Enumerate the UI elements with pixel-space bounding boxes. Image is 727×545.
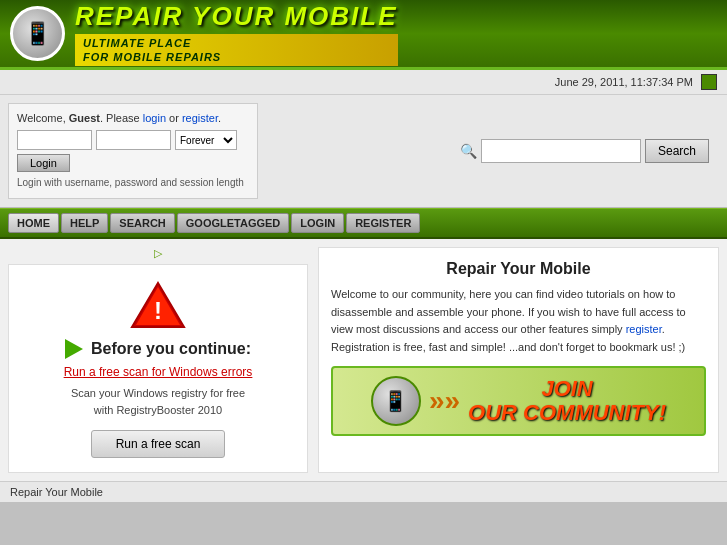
join-banner[interactable]: 📱 »» JOIN OUR COMMUNITY! — [331, 366, 706, 436]
ad-box: ! Before you continue: Run a free scan f… — [8, 264, 308, 473]
run-scan-button[interactable]: Run a free scan — [91, 430, 226, 458]
body-wrapper: ▷ ! Before you continue: Run a free scan… — [0, 239, 727, 481]
nav-item-googletagged[interactable]: GOOGLETAGGED — [177, 213, 290, 233]
welcome-title: Repair Your Mobile — [331, 260, 706, 278]
nav-item-register[interactable]: REGISTER — [346, 213, 420, 233]
header-text-block: REPAIR YOUR MOBILE ULTIMATE PLACE FOR MO… — [75, 1, 398, 66]
right-panel: Repair Your Mobile Welcome to our commun… — [318, 247, 719, 473]
register-link[interactable]: register — [182, 112, 218, 124]
login-button[interactable]: Login — [17, 154, 70, 172]
ad-label: ▷ — [8, 247, 308, 260]
site-header: 📱 REPAIR YOUR MOBILE ULTIMATE PLACE FOR … — [0, 0, 727, 70]
warning-icon: ! — [128, 279, 188, 331]
before-title-text: Before you continue: — [91, 340, 251, 358]
password-input[interactable] — [96, 130, 171, 150]
header-subtitle-box: ULTIMATE PLACE FOR MOBILE REPAIRS — [75, 34, 398, 66]
green-arrow-icon — [65, 339, 83, 359]
session-select[interactable]: Forever — [176, 131, 236, 149]
nav-item-login[interactable]: LOGIN — [291, 213, 344, 233]
search-input[interactable] — [481, 139, 641, 163]
svg-text:!: ! — [154, 297, 162, 324]
phone-icon: 📱 — [371, 376, 421, 426]
nav-item-home[interactable]: HOME — [8, 213, 59, 233]
login-fields: Forever — [17, 130, 249, 150]
logo-icon: 📱 — [10, 6, 65, 61]
content-area: Welcome, Guest. Please login or register… — [0, 95, 727, 208]
username-input[interactable] — [17, 130, 92, 150]
search-icon: 🔍 — [460, 143, 477, 159]
footer: Repair Your Mobile — [0, 481, 727, 502]
logo-area: 📱 REPAIR YOUR MOBILE ULTIMATE PLACE FOR … — [10, 1, 398, 66]
login-panel: Welcome, Guest. Please login or register… — [8, 103, 258, 199]
welcome-register-link[interactable]: register — [626, 323, 662, 335]
login-link[interactable]: login — [143, 112, 166, 124]
join-banner-inner: 📱 »» JOIN OUR COMMUNITY! — [371, 376, 666, 426]
datetime-display: June 29, 2011, 11:37:34 PM — [555, 76, 693, 88]
status-icon — [701, 74, 717, 90]
search-area: 🔍 Search — [258, 103, 719, 199]
left-panel: ▷ ! Before you continue: Run a free scan… — [8, 247, 308, 473]
before-title-row: Before you continue: — [25, 339, 291, 359]
login-hint: Login with username, password and sessio… — [17, 176, 249, 190]
scan-link[interactable]: Run a free scan for Windows errors — [25, 365, 291, 379]
login-welcome-text: Welcome, Guest. Please login or register… — [17, 112, 249, 124]
nav-bar: HOME HELP SEARCH GOOGLETAGGED LOGIN REGI… — [0, 208, 727, 239]
join-text: JOIN OUR COMMUNITY! — [468, 377, 666, 425]
join-arrows-icon: »» — [429, 385, 460, 417]
main-container: June 29, 2011, 11:37:34 PM Welcome, Gues… — [0, 70, 727, 502]
scan-desc: Scan your Windows registry for free with… — [25, 385, 291, 418]
footer-text: Repair Your Mobile — [10, 486, 103, 498]
nav-item-search[interactable]: SEARCH — [110, 213, 174, 233]
header-subtitle: ULTIMATE PLACE FOR MOBILE REPAIRS — [83, 37, 221, 63]
session-select-wrapper: Forever — [175, 130, 237, 150]
site-title: REPAIR YOUR MOBILE — [75, 1, 398, 32]
nav-item-help[interactable]: HELP — [61, 213, 108, 233]
search-button[interactable]: Search — [645, 139, 709, 163]
welcome-desc: Welcome to our community, here you can f… — [331, 286, 706, 356]
top-bar: June 29, 2011, 11:37:34 PM — [0, 70, 727, 95]
